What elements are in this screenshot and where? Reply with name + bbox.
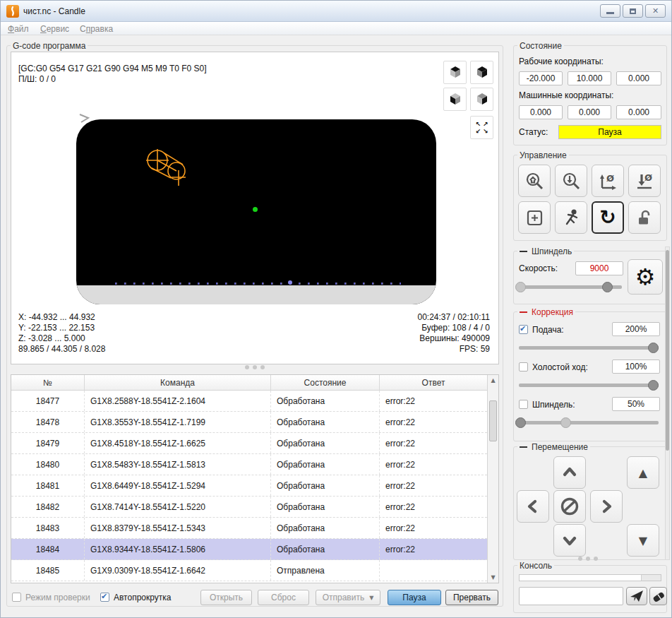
spindle-toggle-button[interactable]: ⚙ (628, 259, 663, 295)
feed-override-field[interactable]: 200% (612, 322, 660, 336)
abort-button[interactable]: Прервать (445, 590, 498, 605)
pause-button[interactable]: Пауза (388, 590, 441, 605)
header-response[interactable]: Ответ (380, 375, 487, 390)
cell-response: error:22 (380, 391, 487, 411)
feed-override-checkbox[interactable] (519, 325, 528, 334)
scrollbar-thumb[interactable] (489, 400, 497, 441)
spindle-speed-field[interactable]: 9000 (575, 261, 623, 275)
table-row[interactable]: 18478G1X8.3553Y-18.5541Z-1.7199Обработан… (11, 412, 487, 433)
close-button[interactable]: ✕ (645, 4, 666, 18)
cube-isometric-view-icon (476, 66, 488, 79)
table-row[interactable]: 18483G1X8.8379Y-18.5541Z-1.5343Обработан… (11, 518, 487, 539)
fit-view-button[interactable]: ↖↗↙↘ (470, 116, 493, 139)
table-row[interactable]: 18485G1X9.0309Y-18.5541Z-1.6642Отправлен… (11, 560, 487, 581)
gcode-visualizer[interactable]: [GC:G0 G54 G17 G21 G90 G94 M5 M9 T0 F0 S… (11, 52, 499, 364)
table-row[interactable]: 18481G1X8.6449Y-18.5541Z-1.5294Обработан… (11, 475, 487, 497)
jog-stop-button[interactable] (553, 490, 586, 523)
cell-response: error:22 (380, 475, 487, 496)
panel-splitter-handle[interactable] (578, 557, 598, 561)
search-z-button[interactable] (555, 165, 587, 197)
console-clear-button[interactable] (649, 587, 667, 605)
splitter-handle[interactable] (245, 365, 265, 369)
jog-down-button[interactable] (553, 524, 586, 557)
open-button[interactable]: Открыть (200, 590, 252, 605)
zero-z-icon: Ø (635, 172, 654, 191)
cell-state: Обработана (271, 475, 380, 496)
send-dropdown-icon[interactable]: ▼ (369, 595, 373, 601)
view-side-button[interactable] (470, 88, 493, 111)
work-y-field[interactable]: 10.000 (568, 71, 611, 85)
rapid-override-label: Холостой ход: (532, 362, 588, 372)
restore-origin-button[interactable]: ↻ (592, 201, 624, 234)
jog-up-button[interactable] (553, 456, 586, 489)
header-state[interactable]: Состояние (271, 375, 380, 390)
console-scrollbar[interactable] (641, 575, 661, 581)
table-row[interactable]: 18479G1X8.4518Y-18.5541Z-1.6625Обработан… (11, 433, 487, 454)
feed-override-knob[interactable] (648, 343, 659, 353)
work-x-field[interactable]: -20.000 (519, 71, 563, 85)
spindle-slider-knob[interactable] (602, 282, 613, 292)
view-front-button[interactable] (443, 88, 467, 111)
jog-left-button[interactable] (517, 490, 549, 523)
scroll-down-icon[interactable]: ▼ (488, 574, 498, 581)
rapid-override-checkbox[interactable] (519, 362, 528, 372)
jog-right-button[interactable] (590, 490, 623, 523)
unlock-button[interactable] (628, 201, 661, 234)
feed-override-slider[interactable] (519, 346, 659, 350)
search-home-button[interactable] (518, 165, 551, 197)
send-button[interactable]: Отправить▼ (316, 590, 380, 605)
spindle-override-ghost-knob[interactable] (560, 417, 571, 428)
header-number[interactable]: № (11, 375, 85, 390)
spindle-group-title[interactable]: Шпиндель (517, 246, 574, 256)
override-group-title[interactable]: Коррекция (517, 307, 575, 317)
jog-group-title[interactable]: Перемещение (517, 442, 590, 452)
cell-state: Обработана (271, 518, 380, 538)
reset-button[interactable]: Сброс (258, 590, 309, 605)
restore-button[interactable] (623, 4, 643, 18)
spindle-override-slider[interactable] (519, 421, 659, 424)
zero-xy-button[interactable]: Ø (592, 165, 624, 197)
console-output[interactable] (519, 574, 661, 581)
rapid-override-knob[interactable] (648, 380, 659, 391)
spindle-slider-min-knob[interactable] (515, 282, 526, 292)
machine-x-field[interactable]: 0.000 (519, 105, 563, 119)
machine-y-field[interactable]: 0.000 (568, 105, 611, 119)
rapid-override-field[interactable]: 100% (612, 359, 660, 374)
console-send-button[interactable] (626, 587, 647, 605)
table-row[interactable]: 18484G1X8.9344Y-18.5541Z-1.5806Обработан… (11, 539, 487, 560)
table-row[interactable]: 18482G1X8.7414Y-18.5541Z-1.5220Обработан… (11, 497, 487, 518)
spindle-override-field[interactable]: 50% (612, 397, 660, 411)
view-isometric-button[interactable] (470, 61, 493, 84)
spindle-override-checkbox[interactable] (519, 400, 528, 409)
jog-z-down-button[interactable]: ▼ (627, 524, 659, 557)
cell-state: Обработана (271, 539, 380, 559)
table-row[interactable]: 18480G1X8.5483Y-18.5541Z-1.5813Обработан… (11, 454, 487, 475)
jog-z-up-button[interactable]: ▲ (627, 456, 659, 489)
spindle-override-knob[interactable] (515, 417, 526, 428)
view-top-button[interactable] (443, 61, 467, 84)
panel-scrollbar[interactable] (665, 246, 670, 560)
run-from-line-button[interactable] (555, 201, 587, 234)
header-command[interactable]: Команда (85, 375, 271, 390)
console-input[interactable] (519, 587, 623, 605)
minimize-button[interactable] (600, 4, 620, 18)
send-plane-icon (630, 590, 644, 602)
menu-file[interactable]: Файл (5, 23, 32, 35)
autoscroll-checkbox[interactable] (100, 593, 109, 602)
menu-service[interactable]: Сервис (37, 23, 72, 35)
panel-scrollbar-thumb[interactable] (666, 250, 669, 451)
application-window: чист.nc - Candle ✕ Файл Сервис Справка G… (0, 0, 672, 618)
work-z-field[interactable]: 0.000 (616, 71, 661, 85)
viewport-3d[interactable] (76, 119, 436, 304)
check-mode-checkbox[interactable] (12, 593, 21, 602)
table-scrollbar[interactable]: ▲ ▼ (487, 375, 498, 583)
scroll-up-icon[interactable]: ▲ (488, 377, 498, 384)
bounds-x: X: -44.932 ... 44.932 (18, 312, 105, 323)
check-border-button[interactable] (518, 201, 551, 234)
spindle-override-label: Шпиндель: (532, 400, 575, 410)
rapid-override-slider[interactable] (519, 384, 659, 387)
machine-z-field[interactable]: 0.000 (616, 105, 661, 119)
menu-help[interactable]: Справка (77, 23, 116, 35)
zero-z-button[interactable]: Ø (628, 165, 661, 197)
table-row[interactable]: 18477G1X8.2588Y-18.5541Z-2.1604Обработан… (11, 391, 487, 412)
